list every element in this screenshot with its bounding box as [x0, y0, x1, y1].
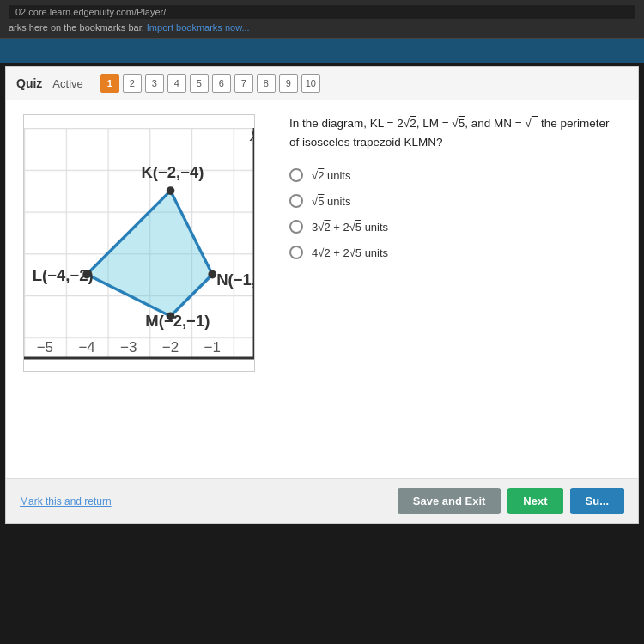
- save-exit-button[interactable]: Save and Exit: [398, 488, 501, 514]
- question-area: In the diagram, KL = 2√2, LM = √5, and M…: [281, 114, 621, 465]
- svg-text:−3: −3: [120, 339, 137, 355]
- question-number-5[interactable]: 5: [190, 74, 209, 93]
- question-number-6[interactable]: 6: [212, 74, 231, 93]
- question-number-10[interactable]: 10: [301, 74, 320, 93]
- option-b-text: √5 units: [312, 195, 350, 208]
- mark-return-link[interactable]: Mark this and return: [20, 495, 112, 507]
- bookmarks-bar: arks here on the bookmarks bar. Import b…: [9, 22, 635, 33]
- option-c-text: 3√2 + 2√5 units: [312, 221, 388, 234]
- graph-area: −5 −4 −3 −2 −1 −1 −2 −3 −4 −5 x M(−2,−1): [23, 114, 264, 465]
- quiz-label: Quiz: [16, 76, 42, 90]
- svg-text:−5: −5: [37, 339, 53, 355]
- footer: Mark this and return Save and Exit Next …: [6, 478, 638, 523]
- content-wrapper: Quiz Active 1 2 3 4 5 6 7 8 9 10: [5, 66, 639, 524]
- option-a-text: √2 units: [312, 169, 350, 182]
- svg-text:−4: −4: [78, 339, 94, 355]
- answer-option-d[interactable]: 4√2 + 2√5 units: [289, 246, 621, 259]
- radio-b[interactable]: [289, 194, 303, 208]
- svg-text:L(−4,−2): L(−4,−2): [33, 266, 94, 284]
- svg-text:−2: −2: [162, 339, 179, 355]
- main-content: −5 −4 −3 −2 −1 −1 −2 −3 −4 −5 x M(−2,−1): [6, 100, 638, 478]
- radio-d[interactable]: [289, 246, 303, 259]
- submit-button[interactable]: Su...: [570, 488, 624, 514]
- answer-option-c[interactable]: 3√2 + 2√5 units: [289, 220, 621, 234]
- answer-option-b[interactable]: √5 units: [289, 194, 621, 208]
- question-number-2[interactable]: 2: [123, 74, 142, 93]
- question-number-7[interactable]: 7: [234, 74, 253, 93]
- svg-text:K(−2,−4): K(−2,−4): [141, 163, 204, 181]
- svg-text:M(−2,−1): M(−2,−1): [145, 312, 210, 330]
- question-number-1[interactable]: 1: [100, 74, 119, 93]
- svg-point-20: [167, 186, 175, 195]
- next-button[interactable]: Next: [507, 488, 562, 514]
- question-text: In the diagram, KL = 2√2, LM = √5, and M…: [289, 114, 621, 151]
- import-bookmarks-link[interactable]: Import bookmarks now...: [147, 22, 250, 33]
- quiz-status: Active: [52, 77, 82, 90]
- radio-c[interactable]: [289, 220, 303, 234]
- nav-bar: [0, 39, 644, 63]
- quiz-header: Quiz Active 1 2 3 4 5 6 7 8 9 10: [6, 67, 638, 100]
- option-d-text: 4√2 + 2√5 units: [312, 246, 388, 259]
- answer-options: √2 units √5 units 3√2 + 2√5 units: [289, 168, 621, 259]
- svg-text:N(−1,−2): N(−1,−2): [216, 270, 255, 289]
- question-number-3[interactable]: 3: [145, 74, 164, 93]
- address-bar[interactable]: 02.core.learn.edgenuity.com/Player/: [9, 5, 635, 19]
- question-number-9[interactable]: 9: [279, 74, 298, 93]
- svg-point-18: [208, 270, 216, 279]
- answer-option-a[interactable]: √2 units: [289, 168, 621, 182]
- question-number-8[interactable]: 8: [257, 74, 276, 93]
- radio-a[interactable]: [289, 168, 303, 182]
- question-number-4[interactable]: 4: [167, 74, 186, 93]
- svg-text:x: x: [249, 125, 255, 144]
- browser-chrome: 02.core.learn.edgenuity.com/Player/ arks…: [0, 0, 644, 39]
- coordinate-graph: −5 −4 −3 −2 −1 −1 −2 −3 −4 −5 x M(−2,−1): [23, 114, 255, 372]
- footer-buttons: Save and Exit Next Su...: [398, 488, 624, 514]
- svg-text:−1: −1: [204, 339, 221, 355]
- question-numbers: 1 2 3 4 5 6 7 8 9 10: [100, 74, 320, 93]
